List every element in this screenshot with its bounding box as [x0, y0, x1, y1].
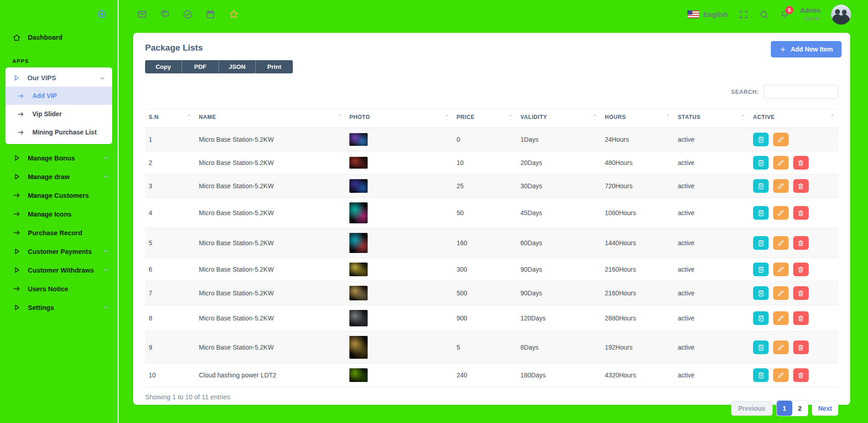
view-button[interactable]	[753, 156, 769, 170]
avatar[interactable]	[831, 5, 851, 25]
arrow-right-icon	[12, 228, 21, 237]
edit-button[interactable]	[773, 206, 789, 220]
trash-icon	[797, 182, 805, 190]
column-header-price[interactable]: PRICE	[453, 109, 517, 128]
edit-button[interactable]	[773, 133, 789, 146]
print-button[interactable]: Print	[256, 60, 293, 73]
cell-status: active	[674, 175, 749, 198]
delete-button[interactable]	[793, 286, 809, 300]
sort-icons	[741, 113, 746, 122]
column-header-photo[interactable]: PHOTO	[346, 109, 453, 128]
package-photo	[349, 368, 368, 382]
delete-button[interactable]	[793, 179, 809, 193]
play-icon	[12, 303, 21, 312]
user-menu[interactable]: Admin Admin	[800, 6, 821, 22]
column-header-sn[interactable]: S.N	[145, 109, 195, 128]
sidebar-item-manage-customers[interactable]: Manage Customers	[0, 186, 118, 205]
search-icon[interactable]	[759, 10, 769, 20]
pagination-page-2[interactable]: 2	[792, 401, 808, 416]
column-header-hours[interactable]: HOURS	[601, 109, 674, 128]
pencil-icon	[777, 136, 785, 144]
sidebar-item-label: Settings	[28, 304, 54, 311]
view-button[interactable]	[753, 133, 769, 146]
export-button-group: Copy PDF JSON Print	[145, 60, 293, 73]
clipboard-icon	[757, 266, 765, 273]
cell-sn: 2	[145, 151, 195, 175]
pagination-pages: 1 2	[776, 400, 808, 416]
notifications-button[interactable]: 5	[780, 10, 790, 20]
sidebar-item-purchase-record[interactable]: Purchase Record	[0, 223, 118, 242]
calendar-icon[interactable]	[205, 9, 216, 20]
cell-status: active	[674, 228, 749, 258]
play-icon	[12, 247, 21, 256]
star-icon[interactable]	[228, 9, 239, 20]
delete-button[interactable]	[793, 156, 809, 170]
package-lists-card: Package Lists Add New Item Copy PDF JSON…	[133, 33, 850, 405]
search-input[interactable]	[764, 85, 838, 99]
sidebar-item-settings[interactable]: Settings	[0, 298, 118, 317]
pagination-page-1[interactable]: 1	[777, 401, 792, 416]
sidebar-item-mining-purchase-list[interactable]: Mining Purchase List	[5, 123, 112, 141]
clipboard-icon	[757, 136, 765, 144]
delete-button[interactable]	[793, 368, 809, 382]
pagination-next-button[interactable]: Next	[812, 401, 838, 416]
view-button[interactable]	[753, 263, 769, 276]
add-new-item-button[interactable]: Add New Item	[771, 41, 842, 57]
chat-icon[interactable]	[160, 9, 170, 20]
edit-button[interactable]	[773, 236, 789, 250]
table-row: 10 Cloud hashing power LDT2 240 180Days …	[145, 364, 838, 387]
cell-sn: 3	[145, 175, 195, 198]
delete-button[interactable]	[793, 340, 809, 354]
sidebar-item-vip-slider[interactable]: Vip Slider	[5, 105, 112, 123]
delete-button[interactable]	[793, 206, 809, 220]
sidebar-item-customer-payments[interactable]: Customer Payments	[0, 242, 118, 261]
sidebar-item-our-vips[interactable]: Our VIPS	[5, 69, 112, 87]
check-circle-icon[interactable]	[182, 9, 193, 20]
pagination-previous-button[interactable]: Previous	[731, 401, 773, 416]
arrow-right-icon	[17, 129, 25, 136]
delete-button[interactable]	[793, 311, 809, 325]
edit-button[interactable]	[773, 263, 789, 276]
sidebar-item-manage-bonus[interactable]: Manage Bonus	[0, 149, 118, 167]
sidebar-item-add-vip[interactable]: Add VIP	[5, 87, 112, 105]
sidebar-toggle-icon[interactable]	[97, 9, 107, 19]
view-button[interactable]	[753, 286, 769, 300]
edit-button[interactable]	[773, 286, 789, 300]
view-button[interactable]	[753, 206, 769, 220]
sidebar-section-apps: APPS	[12, 58, 118, 64]
language-selector[interactable]: English	[687, 10, 728, 18]
delete-button[interactable]	[793, 236, 809, 250]
add-new-item-label: Add New Item	[790, 46, 833, 53]
edit-button[interactable]	[773, 340, 789, 354]
view-button[interactable]	[753, 368, 769, 382]
column-header-name[interactable]: NAME	[195, 109, 346, 128]
cell-name: Micro Base Station-5.2KW	[195, 281, 346, 305]
column-header-validity[interactable]: VALIDITY	[517, 109, 601, 128]
view-button[interactable]	[753, 236, 769, 250]
pencil-icon	[777, 266, 785, 273]
sidebar-item-dashboard[interactable]: Dashboard	[0, 28, 118, 46]
sidebar-item-manage-draw[interactable]: Manage draw	[0, 167, 118, 186]
view-button[interactable]	[753, 179, 769, 193]
cell-status: active	[674, 198, 749, 228]
fullscreen-icon[interactable]	[738, 10, 748, 20]
column-header-status[interactable]: STATUS	[674, 109, 749, 128]
plus-icon	[780, 46, 786, 53]
sidebar-item-manage-icons[interactable]: Manage Icons	[0, 205, 118, 223]
edit-button[interactable]	[773, 311, 789, 325]
copy-button[interactable]: Copy	[145, 60, 182, 73]
mail-icon[interactable]	[137, 9, 147, 20]
delete-button[interactable]	[793, 263, 809, 276]
edit-button[interactable]	[773, 156, 789, 170]
view-button[interactable]	[753, 340, 769, 354]
trash-icon	[797, 315, 805, 322]
pdf-button[interactable]: PDF	[182, 60, 219, 73]
edit-button[interactable]	[773, 368, 789, 382]
view-button[interactable]	[753, 311, 769, 325]
sidebar-item-users-notice[interactable]: Users Notice	[0, 279, 118, 298]
sidebar-item-customer-withdraws[interactable]: Customer Withdraws	[0, 261, 118, 279]
column-header-active[interactable]: ACTIVE	[749, 109, 838, 128]
edit-button[interactable]	[773, 179, 789, 193]
json-button[interactable]: JSON	[219, 60, 256, 73]
cell-actions	[749, 198, 838, 228]
